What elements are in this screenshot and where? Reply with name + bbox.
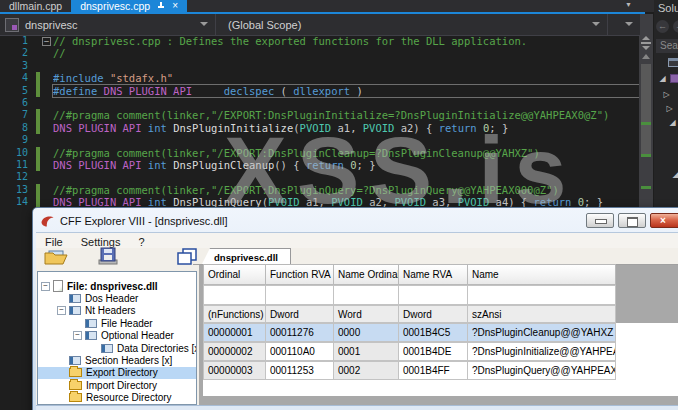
tree-item-section-headers-x-[interactable]: Section Headers [x] [38,354,196,366]
solution-tree-item[interactable]: ◢ [658,72,678,85]
close-button[interactable]: × [650,213,678,228]
code-line-9: 9 [0,134,639,146]
member-dropdown[interactable] [607,14,640,35]
tree-item-import-directory[interactable]: Import Directory [38,379,196,391]
collapse-icon[interactable]: − [57,306,66,315]
scrollbar-thumb[interactable] [641,64,651,156]
solution-search-input[interactable]: Search [656,39,678,53]
vs-navigation-bar: dnsprivesc (Global Scope) [0,14,640,36]
solution-tree-item[interactable]: ▷ [665,102,674,115]
table-header-row[interactable]: OrdinalFunction RVAName OrdinalName RVAN… [203,264,616,285]
minimize-button[interactable] [586,213,614,228]
expander-icon[interactable]: ◢ [668,118,677,127]
tree-item-label: File Header [101,318,153,329]
fold-margin[interactable]: − [40,35,53,47]
solution-tree-item[interactable]: S [656,56,678,69]
tree-item-dos-header[interactable]: Dos Header [38,292,196,304]
tree-item-data-directories-x-[interactable]: Data Directories [x] [38,342,196,354]
line-number: 3 [0,60,36,72]
tree-item-export-directory[interactable]: Export Directory [38,367,196,379]
solution-tree-item[interactable]: ◢ [668,116,677,129]
fold-margin [40,47,53,59]
column-header[interactable]: Name RVA [399,264,468,285]
table-cell: ?DnsPluginQuery@@YAHPEAX000... [468,361,616,380]
solution-explorer-title: Solutio [658,2,678,14]
column-header[interactable]: Name Ordinal [334,264,399,285]
table-row[interactable]: 000000010001127600000001B4C5?DnsPluginCl… [203,323,616,342]
code-line-4: 4#include "stdafx.h" [0,72,639,84]
table-cell: 0000 [334,323,399,342]
tree-item-label: Resource Directory [86,392,172,403]
line-number: 9 [0,134,36,146]
table-cell [266,285,334,305]
cff-window-title: CFF Explorer VIII - [dnsprivesc.dll] [60,215,228,227]
table-cell: 0001B4DE [399,342,468,361]
tree-item-optional-header[interactable]: −Optional Header [38,330,196,342]
solution-tree-item[interactable]: ▷ [662,88,671,101]
table-row[interactable]: 000000030001125300020001B4FF?DnsPluginQu… [203,361,616,380]
change-mark [641,186,651,189]
expander-icon[interactable]: ◢ [671,170,678,179]
fold-margin [40,134,53,146]
cff-title-bar[interactable]: CFF Explorer VIII - [dnsprivesc.dll] [36,210,678,232]
split-handle[interactable] [641,36,651,50]
column-header[interactable]: Name [468,264,616,285]
cff-doc-tab-label: dnsprivesc.dll [214,252,278,263]
cff-menu-bar: FileSettings? [36,233,678,248]
pin-icon[interactable] [157,2,165,10]
code-text [53,60,639,72]
code-text: //#pragma comment(linker,"/EXPORT:DnsPlu… [53,109,639,121]
cff-explorer-window: CFF Explorer VIII - [dnsprivesc.dll] × F… [32,207,678,410]
expander-icon[interactable]: ◢ [658,74,667,83]
expander-icon[interactable]: ▷ [665,104,674,113]
scope-dropdown[interactable]: (Global Scope) [215,14,608,35]
editor-tab-dllmain.cpp[interactable]: dllmain.cpp [0,0,71,12]
code-text [53,171,639,183]
code-text: DNS_PLUGIN_API int DnsPluginCleanup() { … [53,159,639,171]
editor-tab-dnsprivesc.cpp[interactable]: dnsprivesc.cpp× [71,0,187,12]
tree-item-label: Nt Headers [85,305,136,316]
cff-status-bar [36,405,678,410]
maximize-button[interactable] [618,213,646,228]
line-number: 4 [0,72,36,84]
forward-button[interactable]: → [673,20,678,33]
code-line-6: 6 [0,97,639,109]
expander-icon[interactable]: ▷ [662,90,671,99]
collapse-icon[interactable]: − [41,282,50,291]
tree-item-nt-headers[interactable]: −Nt Headers [38,305,196,317]
table-cell: (nFunctions) [203,305,266,323]
tree-item-label: File: dnsprivesc.dll [67,281,158,292]
table-row[interactable]: 00000002000110A000010001B4DE?DnsPluginIn… [203,342,616,361]
column-header[interactable]: Function RVA [266,264,334,285]
sicon-project [670,74,678,83]
open-icon[interactable] [43,246,71,266]
line-number: 1 [0,35,36,47]
table-cell: Dword [266,305,334,323]
tree-item-resource-directory[interactable]: Resource Directory [38,392,196,404]
tree-item-file-header[interactable]: File Header [38,317,196,329]
code-text: //#pragma comment(linker,"/EXPORT:DnsPlu… [53,147,639,159]
code-line-1: 1−// dnsprivesc.cpp : Defines the export… [0,35,639,47]
solution-tree-item[interactable]: ◢ [671,168,678,181]
line-number: 7 [0,109,36,121]
scroll-up-arrow-icon[interactable] [642,54,650,59]
back-button[interactable]: ← [656,20,669,33]
tree-item-file-dnsprivesc-dll[interactable]: −File: dnsprivesc.dll [38,280,196,292]
tree-item-label: Optional Header [101,330,174,341]
save-icon[interactable] [95,246,121,266]
collapse-icon[interactable]: − [73,331,82,340]
table-cell: 0001 [334,342,399,361]
change-mark [641,122,651,125]
change-mark [641,154,651,157]
code-line-7: 7//#pragma comment(linker,"/EXPORT:DnsPl… [0,109,639,121]
line-number: 13 [0,184,36,196]
project-dropdown[interactable]: dnsprivesc [0,14,216,35]
close-tab-icon[interactable]: × [172,1,178,11]
menu-help[interactable]: ? [129,236,153,248]
folder-icon [69,368,82,377]
cff-structure-tree: −File: dnsprivesc.dllDos Header−Nt Heade… [37,271,197,405]
code-text [53,97,639,109]
tab-overflow-icon[interactable]: ▼ [625,1,632,8]
line-number: 14 [0,196,36,208]
column-header[interactable]: Ordinal [203,264,266,285]
